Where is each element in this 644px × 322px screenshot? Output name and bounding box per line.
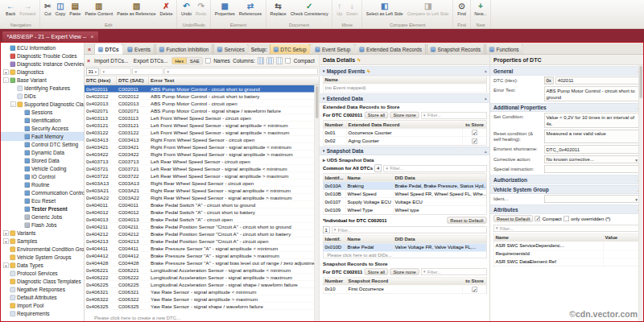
attribute-row[interactable]: RequirementsId <box>494 250 640 258</box>
view-tab[interactable]: Snapshot Records <box>427 44 485 55</box>
close-icon[interactable]: × <box>87 57 90 64</box>
expander-icon[interactable] <box>3 246 9 252</box>
common-did-row[interactable]: 0x010B Wheel Speed Wheel Speed FR, Wheel… <box>324 190 487 198</box>
view-tab[interactable]: Setup: <box>250 44 269 55</box>
export-dtcs-button[interactable]: Export DTCs... <box>132 58 169 64</box>
tree-item[interactable]: Sessions <box>1 109 85 117</box>
cut-button[interactable]: ✂Cut <box>43 1 53 17</box>
import-dtcs-button[interactable]: Import DTCs... <box>93 58 130 64</box>
redo-button[interactable]: ↷Redo <box>194 1 208 17</box>
name-column-header[interactable]: Name <box>346 174 394 182</box>
tree-item[interactable]: Tester Present <box>1 205 85 213</box>
expander-icon[interactable] <box>10 85 16 91</box>
tree-item[interactable]: Control DTC Setting <box>1 141 85 149</box>
attributes-filter-input[interactable]: ▼Filter... <box>493 225 640 232</box>
did-data-column-header[interactable]: DID Data <box>394 174 487 182</box>
individual-count-badge[interactable]: 1 <box>323 226 329 233</box>
paste-content-button[interactable]: ▥Paste Content <box>83 1 114 17</box>
expander-icon[interactable] <box>18 166 23 171</box>
dtc-table-row[interactable]: 0x404011 C004011 Brake Pedal Switch "A" … <box>85 201 320 208</box>
tree-item[interactable]: ECU Information <box>1 44 85 52</box>
expander-icon[interactable]: + <box>3 262 9 268</box>
common-count-badge[interactable]: 4 <box>375 165 382 172</box>
expander-icon[interactable]: + <box>3 238 9 244</box>
expander-icon[interactable] <box>3 303 9 308</box>
tree-item[interactable]: Security Access <box>1 125 85 133</box>
expander-icon[interactable]: + <box>3 230 9 236</box>
paste-button[interactable]: ▤Paste <box>68 1 82 17</box>
expander-icon[interactable] <box>18 190 23 196</box>
view-tab[interactable]: Function Inhibition <box>155 44 213 55</box>
expander-icon[interactable] <box>3 270 9 276</box>
record-column-header[interactable]: Extended Data Record <box>347 121 464 129</box>
expander-icon[interactable] <box>3 61 9 67</box>
expander-icon[interactable] <box>18 158 23 163</box>
tree-item[interactable]: Vehicle Coding <box>1 165 85 173</box>
references-button[interactable]: ⇄References <box>237 1 263 17</box>
property-input[interactable]: Measured a new valid value <box>544 130 639 143</box>
expander-icon[interactable] <box>18 222 23 228</box>
column-header-sae[interactable]: DTC (SAE) <box>117 76 149 85</box>
section-vehicle-system-group[interactable]: Vehicle System Group ▴ <box>490 185 643 194</box>
view-tab[interactable]: Services <box>213 44 248 55</box>
tree-item[interactable]: DIDs <box>1 93 85 101</box>
dtc-table-row[interactable]: 0x404411 C004411 Brake Pressure Sensor "… <box>85 245 320 252</box>
properties-scrollbar[interactable] <box>638 65 643 321</box>
view-tab[interactable]: DTCs <box>94 44 122 55</box>
expander-icon[interactable]: - <box>10 101 16 107</box>
name-column-header[interactable]: Name <box>494 234 604 242</box>
attribute-row[interactable]: ASR SWC DataElement Ref <box>494 258 640 266</box>
close-view-icon[interactable]: × <box>86 47 93 55</box>
chevron-up-icon[interactable]: ▴ <box>485 149 487 154</box>
dtc-table-row[interactable]: 0x404213 C004213 Brake Pedal Position Se… <box>85 237 320 245</box>
view-tab[interactable]: DTC Setup <box>270 44 311 55</box>
tree-item[interactable]: + Data Types <box>1 262 85 270</box>
expander-icon[interactable] <box>3 287 9 292</box>
records-filter-input[interactable]: ▼Filter... <box>421 268 486 275</box>
columns-layout-1-icon[interactable] <box>258 57 264 64</box>
delete-button[interactable]: ✗Delete <box>159 1 175 17</box>
row-count-badge[interactable]: 31 ▾ <box>86 68 99 76</box>
vehicle-system-group-select[interactable] <box>544 196 639 204</box>
dtc-hex-input[interactable]: 402011 <box>555 76 639 85</box>
property-input[interactable] <box>544 166 639 174</box>
expander-icon[interactable] <box>18 126 23 131</box>
compact-checkbox[interactable] <box>286 58 291 64</box>
dtc-table-row[interactable]: 0x402012 C002012 ABS Pump Motor Control … <box>85 93 320 100</box>
down-button[interactable]: ↓Down <box>345 1 359 17</box>
close-icon[interactable]: × <box>90 34 93 40</box>
section-authorization[interactable]: Authorization ▴ <box>490 175 643 184</box>
number-column-header[interactable]: Number <box>324 121 347 129</box>
expander-icon[interactable] <box>18 134 23 139</box>
tree-item[interactable]: Identification <box>1 117 85 125</box>
tree-item[interactable]: + Diagnostics <box>1 68 85 76</box>
tree-item[interactable]: Environmental Condition Groups <box>1 246 85 254</box>
expander-icon[interactable] <box>3 45 9 51</box>
dtc-table-row[interactable]: 0x406221 C006221 Longitudinal Accelerati… <box>85 266 320 274</box>
select-as-left-side-button[interactable]: ◧Select as Left Side <box>365 1 405 17</box>
properties-button[interactable]: ▦Properties <box>213 1 237 17</box>
tree-item[interactable]: Routine <box>1 181 85 189</box>
back-button[interactable]: ←Back <box>4 1 17 17</box>
expander-icon[interactable]: - <box>3 77 9 83</box>
tree-item[interactable]: Requirements <box>1 310 85 318</box>
tree-item[interactable]: Import Pool <box>1 302 85 310</box>
extended-record-row[interactable]: 0x01 Occurrence Counter <box>324 129 487 137</box>
expander-icon[interactable] <box>18 198 23 204</box>
dtc-table-row[interactable]: 0x404012 C004012 Brake Pedal Switch "A" … <box>85 208 320 216</box>
dtc-table-row[interactable]: 0x403121 C003121 Left Front Wheel Speed … <box>85 122 320 129</box>
dtc-table-row[interactable]: 0x403421 C003421 Right Front Wheel Speed… <box>85 143 320 151</box>
did-data-column-header[interactable]: DID Data <box>394 236 487 244</box>
name-column-header[interactable]: Name <box>346 236 394 244</box>
tree-item[interactable]: Diagnostic Instance Overview <box>1 60 85 68</box>
dtc-table-row[interactable]: 0x403A13 C003A13 Right Rear Wheel Speed … <box>85 180 320 187</box>
expander-icon[interactable] <box>3 295 9 300</box>
dtc-table-row[interactable]: 0x406322 C006322 Yaw Rate Sensor - signa… <box>85 295 320 303</box>
expander-icon[interactable] <box>3 254 9 260</box>
expander-icon[interactable] <box>18 174 23 180</box>
tree-item[interactable]: + Samples <box>1 237 85 246</box>
column-header-hex[interactable]: DTC (Hex) <box>85 76 117 85</box>
expander-icon[interactable] <box>18 109 23 115</box>
tree-item[interactable]: Stored Data <box>1 157 85 165</box>
dtc-table-row[interactable]: 0x404428 C004428 Brake Pressure Sensor "… <box>85 259 320 266</box>
